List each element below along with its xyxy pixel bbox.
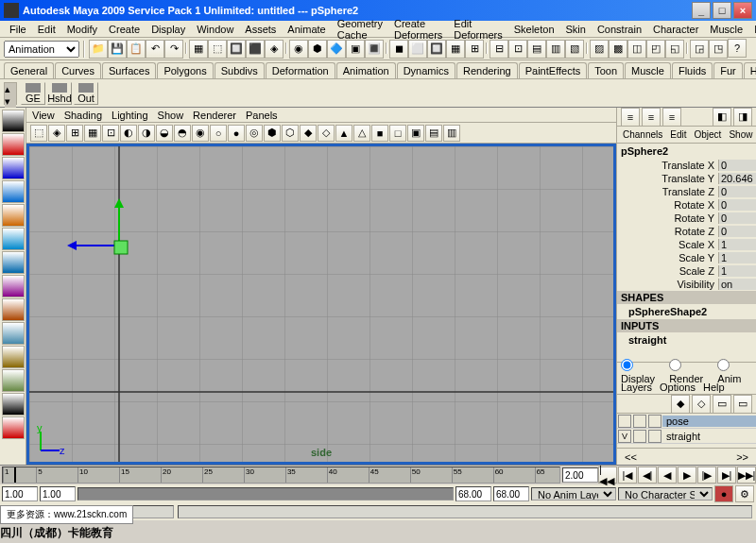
vp-icon-5[interactable]: ◐ [120,125,137,142]
range-end-inner[interactable] [455,486,491,501]
range-start-outer[interactable] [2,486,38,501]
layer-type-0[interactable] [633,415,646,428]
toolbar-icon-12[interactable]: 🔷 [327,40,346,59]
menu-modify[interactable]: Modify [61,24,103,35]
tool-3[interactable] [2,180,25,203]
menu-constrain[interactable]: Constrain [592,24,647,35]
tool-13[interactable] [2,416,25,439]
toolbar-icon-29[interactable]: ◱ [665,40,684,59]
vp-icon-6[interactable]: ◑ [138,125,155,142]
shelf-tab-dynamics[interactable]: Dynamics [397,62,455,78]
shelf-tab-rendering[interactable]: Rendering [456,62,518,78]
toolbar-icon-32[interactable]: ? [728,39,747,58]
menu-assets[interactable]: Assets [239,24,282,35]
layer-icon-4[interactable]: ▭ [733,395,752,414]
shelf-tab-hair[interactable]: Hair [744,62,756,78]
menu-geometry-cache[interactable]: Geometry Cache [332,18,388,41]
vp-icon-19[interactable]: ■ [371,125,388,142]
toolbar-icon-22[interactable]: ▤ [527,40,546,59]
toolbar-icon-19[interactable]: ⊞ [465,40,484,59]
toolbar-icon-28[interactable]: ◰ [646,40,665,59]
rp-icon-3[interactable]: ≡ [662,108,681,127]
range-slider[interactable] [77,487,454,501]
channel-tab-object[interactable]: Object [691,129,726,140]
layer-menu-help[interactable]: Help [703,382,725,393]
vp-icon-1[interactable]: ◈ [48,125,65,142]
layer-type-1[interactable] [633,430,646,443]
shelf-tab-deformation[interactable]: Deformation [266,62,335,78]
tool-12[interactable] [2,393,25,416]
rp-icon-5[interactable]: ◨ [733,108,752,127]
vp-icon-23[interactable]: ▥ [443,125,460,142]
shelf-tab-painteffects[interactable]: PaintEffects [519,62,588,78]
toolbar-icon-30[interactable]: ◲ [690,40,709,59]
toolbar-icon-9[interactable]: ◈ [265,40,284,59]
layer-vis-1[interactable]: V [618,430,631,443]
shelf-tab-animation[interactable]: Animation [336,62,396,78]
vp-menu-shading[interactable]: Shading [64,110,102,121]
prefs-button[interactable]: ⚙ [735,485,754,502]
time-slider[interactable]: 15101520253035404550556065 [2,467,560,484]
toolbar-icon-27[interactable]: ◫ [627,40,646,59]
shelf-tab-down[interactable]: ▾ [5,95,16,108]
shelf-tab-curves[interactable]: Curves [55,62,101,78]
autokey-button[interactable]: ● [714,485,733,502]
shelf-tab-muscle[interactable]: Muscle [625,62,671,78]
tool-9[interactable] [2,322,25,345]
ch-value-4[interactable]: 0 [718,212,756,224]
layer-radio-anim[interactable] [717,359,730,371]
channel-tab-channels[interactable]: Channels [619,129,666,140]
vp-icon-22[interactable]: ▤ [425,125,442,142]
vp-icon-9[interactable]: ◉ [192,125,209,142]
shelf-tab-fur[interactable]: Fur [713,62,743,78]
vp-icon-7[interactable]: ◒ [156,125,173,142]
maximize-button[interactable]: □ [713,2,731,19]
ch-value-9[interactable]: on [718,279,756,290]
viewport[interactable]: y z side [26,144,616,465]
layer-prev[interactable]: << [625,451,637,463]
rp-icon-1[interactable]: ≡ [621,108,640,127]
menu-display[interactable]: Display [146,24,191,35]
vp-icon-0[interactable]: ⬚ [30,125,47,142]
toolbar-icon-16[interactable]: ⬜ [408,40,427,59]
ch-value-7[interactable]: 1 [718,252,756,263]
current-time-field[interactable] [562,467,598,483]
toolbar-icon-8[interactable]: ⬛ [246,40,265,59]
mode-dropdown[interactable]: Animation [4,41,79,58]
menu-create[interactable]: Create [103,24,146,35]
toolbar-icon-10[interactable]: ◉ [289,40,308,59]
toolbar-icon-3[interactable]: ↶ [146,40,164,59]
ch-value-5[interactable]: 0 [718,226,756,237]
toolbar-icon-23[interactable]: ▥ [546,40,565,59]
shape-name[interactable]: pSphereShape2 [617,304,756,319]
tool-7[interactable] [2,275,25,297]
character-set-dropdown[interactable]: No Character Set [618,487,713,501]
vp-icon-21[interactable]: ▣ [407,125,424,142]
layer-menu-options[interactable]: Options [660,382,696,393]
toolbar-icon-4[interactable]: ↷ [164,40,183,59]
range-end-outer[interactable] [493,486,529,501]
tool-10[interactable] [2,346,25,368]
toolbar-icon-6[interactable]: ⬚ [208,40,227,59]
vp-icon-13[interactable]: ⬢ [264,125,281,142]
shelf-tab-up[interactable]: ▴ [5,83,16,95]
menu-edit[interactable]: Edit [32,24,61,35]
shelf-tab-subdivs[interactable]: Subdivs [215,62,265,78]
layer-color-1[interactable] [648,430,662,443]
step-forward-button[interactable]: |▶ [697,467,716,484]
tool-6[interactable] [2,251,25,274]
toolbar-icon-17[interactable]: 🔲 [427,40,446,59]
close-button[interactable]: × [733,2,752,19]
shelf-btn-ge[interactable]: GE [21,82,45,105]
toolbar-icon-31[interactable]: ◳ [709,40,728,59]
tool-4[interactable] [2,204,25,227]
ch-value-1[interactable]: 20.646 [718,173,756,184]
vp-icon-15[interactable]: ◆ [300,125,317,142]
input-name[interactable]: straight [617,332,756,348]
vp-icon-20[interactable]: □ [389,125,406,142]
layer-name-1[interactable]: straight [662,431,756,442]
shelf-tab-toon[interactable]: Toon [588,62,624,78]
shelf-tab-surfaces[interactable]: Surfaces [102,62,156,78]
vp-icon-11[interactable]: ● [228,125,245,142]
step-forward-key-button[interactable]: ▶| [717,467,736,484]
